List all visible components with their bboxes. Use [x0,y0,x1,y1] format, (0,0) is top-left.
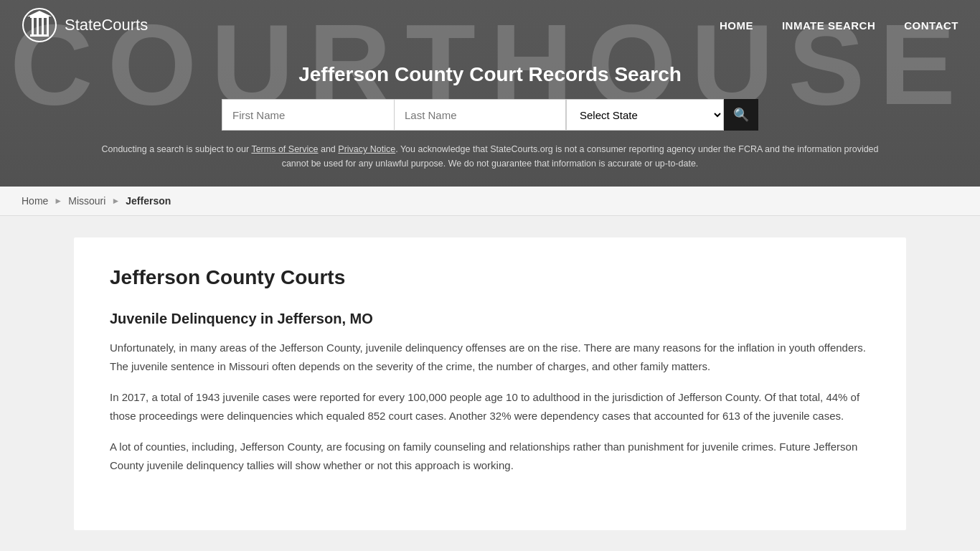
nav-home[interactable]: HOME [720,19,753,32]
svg-rect-4 [37,18,39,34]
content-section1-heading: Juvenile Delinquency in Jefferson, MO [110,311,870,327]
search-bar: Select StateAlabamaAlaskaArizonaArkansas… [36,99,944,131]
breadcrumb-home-link[interactable]: Home [22,195,48,207]
svg-rect-6 [47,18,49,34]
search-icon: 🔍 [733,107,749,123]
first-name-input[interactable] [222,99,394,131]
breadcrumb-county: Jefferson [126,195,171,207]
last-name-input[interactable] [394,99,566,131]
logo-text: StateCourts [65,16,148,34]
content-main-heading: Jefferson County Courts [110,266,870,289]
state-select[interactable]: Select StateAlabamaAlaskaArizonaArkansas… [566,99,724,131]
site-logo[interactable]: StateCourts [22,7,148,43]
logo-icon [22,7,57,43]
breadcrumb-state-link[interactable]: Missouri [68,195,105,207]
nav-inmate-search[interactable]: INMATE SEARCH [782,19,875,32]
nav-contact[interactable]: CONTACT [904,19,958,32]
search-button[interactable]: 🔍 [724,99,758,131]
search-section: Jefferson County Court Records Search Se… [22,50,958,187]
breadcrumb-sep-2: ► [111,196,120,206]
content-para3: A lot of counties, including, Jefferson … [110,438,870,474]
content-para1: Unfortunately, in many areas of the Jeff… [110,339,870,375]
breadcrumb-state[interactable]: Missouri [68,195,105,207]
page-title: Jefferson County Court Records Search [36,63,944,86]
breadcrumb: Home ► Missouri ► Jefferson [0,187,980,216]
content-card: Jefferson County Courts Juvenile Delinqu… [74,237,906,530]
site-header: COURTHOUSE StateCourts [0,0,980,187]
svg-rect-5 [42,18,44,34]
content-para2: In 2017, a total of 1943 juvenile cases … [110,388,870,425]
nav-links: HOME INMATE SEARCH CONTACT [720,19,958,32]
breadcrumb-sep-1: ► [54,196,62,206]
svg-rect-1 [30,34,49,37]
navigation: StateCourts HOME INMATE SEARCH CONTACT [22,0,958,50]
svg-rect-3 [32,18,34,34]
disclaimer-text: Conducting a search is subject to our Te… [95,142,885,171]
privacy-notice-link[interactable]: Privacy Notice [338,144,395,154]
breadcrumb-home[interactable]: Home [22,195,48,207]
terms-of-service-link[interactable]: Terms of Service [251,144,318,154]
main-wrapper: Jefferson County Courts Juvenile Delinqu… [0,216,980,551]
